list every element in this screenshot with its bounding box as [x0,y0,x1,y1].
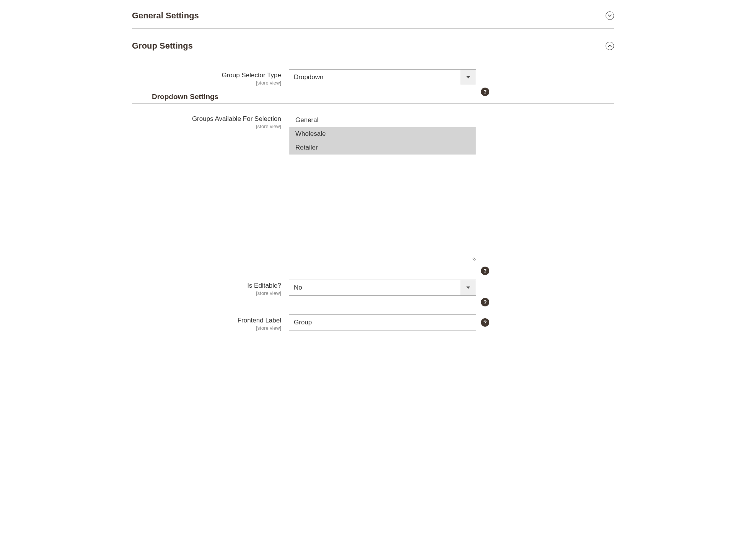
help-icon[interactable]: ? [481,267,489,275]
caret-down-icon [460,70,476,85]
label-groups-available: Groups Available For Selection [132,115,281,123]
select-is-editable[interactable]: No [289,280,476,296]
svg-line-0 [471,256,475,260]
help-icon[interactable]: ? [481,318,489,327]
svg-line-1 [473,258,475,260]
scope-label: [store view] [132,325,281,331]
chevron-up-icon [606,42,614,50]
scope-label: [store view] [132,80,281,86]
multiselect-option[interactable]: General [289,113,476,127]
subsection-header-dropdown: Dropdown Settings [132,93,614,104]
label-is-editable: Is Editable? [132,282,281,290]
field-groups-available: Groups Available For Selection [store vi… [132,113,614,261]
scope-label: [store view] [132,290,281,296]
svg-line-2 [474,259,475,260]
select-value: Dropdown [289,70,460,85]
section-header-group[interactable]: Group Settings [132,38,614,54]
divider [132,28,614,29]
label-frontend-label: Frontend Label [132,317,281,324]
scope-label: [store view] [132,124,281,129]
input-frontend-label[interactable] [289,314,476,330]
resize-grip-icon [471,256,475,260]
multiselect-groups-available[interactable]: GeneralWholesaleRetailer [289,113,476,261]
subsection-title: Dropdown Settings [152,93,218,101]
label-group-selector-type: Group Selector Type [132,72,281,79]
field-is-editable: Is Editable? [store view] No ? [132,280,614,296]
section-header-general[interactable]: General Settings [132,8,614,24]
select-value: No [289,280,460,295]
select-group-selector-type[interactable]: Dropdown [289,69,476,85]
chevron-down-icon [606,11,614,20]
help-icon[interactable]: ? [481,88,489,96]
field-frontend-label: Frontend Label [store view] ? [132,314,614,331]
field-group-selector-type: Group Selector Type [store view] Dropdow… [132,69,614,86]
caret-down-icon [460,280,476,295]
section-title-general: General Settings [132,11,199,21]
help-icon[interactable]: ? [481,298,489,306]
multiselect-option[interactable]: Retailer [289,141,476,155]
multiselect-option[interactable]: Wholesale [289,127,476,141]
section-title-group: Group Settings [132,41,193,51]
